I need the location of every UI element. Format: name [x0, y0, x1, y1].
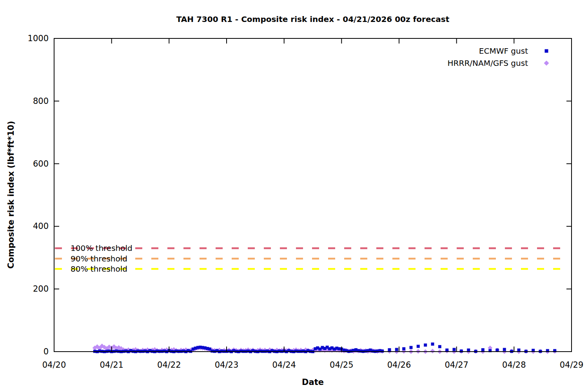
- y-tick-label: 1000: [28, 34, 49, 43]
- x-tick-label: 04/27: [445, 360, 468, 370]
- x-tick-label: 04/28: [502, 360, 526, 370]
- threshold-label-90-threshold: 90% threshold: [71, 254, 127, 263]
- legend-marker-ecmwf-gust: [545, 49, 548, 53]
- x-tick-label: 04/21: [100, 360, 123, 370]
- y-tick-label: 0: [44, 347, 49, 356]
- x-tick-label: 04/20: [42, 360, 66, 370]
- x-tick-label: 04/29: [560, 360, 584, 370]
- y-tick-label: 400: [33, 221, 49, 231]
- plot-canvas: 04/2004/2104/2204/2304/2404/2504/2604/27…: [0, 0, 588, 392]
- x-tick-label: 04/26: [387, 360, 411, 370]
- threshold-label-80-threshold: 80% threshold: [71, 264, 127, 274]
- x-tick-label: 04/24: [272, 360, 296, 370]
- legend-label-hrrr-nam-gfs-gust: HRRR/NAM/GFS gust: [448, 58, 528, 68]
- legend-label-ecmwf-gust: ECMWF gust: [479, 46, 528, 56]
- threshold-label-100-threshold: 100% threshold: [71, 243, 132, 253]
- x-tick-label: 04/22: [157, 360, 181, 370]
- plot-frame: [54, 38, 572, 352]
- x-tick-label: 04/23: [215, 360, 239, 370]
- legend-marker-hrrr-nam-gfs-gust: [544, 61, 549, 66]
- y-tick-label: 200: [33, 284, 49, 294]
- composite-risk-chart: TAH 7300 R1 - Composite risk index - 04/…: [0, 0, 588, 392]
- x-tick-label: 04/25: [330, 360, 354, 370]
- y-tick-label: 600: [33, 159, 49, 169]
- y-tick-label: 800: [33, 96, 49, 106]
